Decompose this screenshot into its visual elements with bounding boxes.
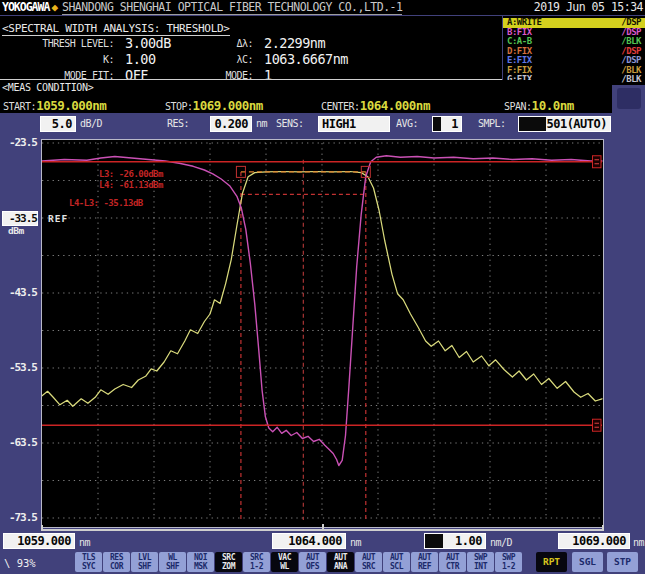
page-title: SHANDONG SHENGHAI OPTICAL FIBER TECHNOLO… bbox=[62, 1, 402, 15]
softkey-line2: ZOM bbox=[222, 562, 235, 571]
x-axis-tick-stop bbox=[602, 525, 604, 530]
marker-annotation-2: L4: -61.13dBm bbox=[99, 180, 164, 190]
side-indicator-block bbox=[617, 88, 641, 109]
spectrum-svg: REFL3: -26.00dBmL4: -61.13dBmL4-L3: -35.… bbox=[42, 140, 603, 527]
analysis-label: Δλ: bbox=[211, 36, 253, 52]
res-label: RES: bbox=[167, 116, 189, 132]
x-scale-box: 1.00 bbox=[424, 533, 486, 549]
analysis-rows: THRESH LEVEL:3.00dBΔλ:2.2299nmK:1.00λC:1… bbox=[2, 36, 502, 84]
avg-value-box: 1 bbox=[432, 116, 462, 132]
meas-field-value: 1069.000nm bbox=[193, 98, 263, 113]
softkey-aut-ana[interactable]: AUTANA bbox=[327, 552, 354, 572]
datetime: 2019 Jun 05 15:34 bbox=[534, 0, 643, 15]
softkey-vac-wl[interactable]: VACWL bbox=[271, 552, 298, 572]
sweep-progress: \ 93% bbox=[4, 557, 36, 569]
ref-label: REF bbox=[48, 213, 68, 224]
softkey-line1: WL bbox=[168, 553, 177, 562]
l3-line-handle bbox=[593, 156, 602, 168]
softkey-line2: WL bbox=[280, 562, 289, 571]
meas-field-label: STOP: bbox=[165, 101, 193, 112]
meas-condition-panel: <MEAS CONDITION> START:1059.000nmSTOP:10… bbox=[0, 80, 612, 113]
start-wavelength-unit: nm bbox=[79, 536, 90, 550]
softkey-line1: TLS bbox=[82, 553, 95, 562]
x-axis-tick-center bbox=[322, 524, 324, 530]
softkey-aut-ref[interactable]: AUTREF bbox=[411, 552, 438, 572]
analysis-label: K: bbox=[2, 52, 114, 68]
meas-field-value: 10.0nm bbox=[532, 98, 574, 113]
meas-field-stop: STOP:1069.000nm bbox=[165, 95, 263, 114]
meas-field-label: SPAN: bbox=[504, 101, 532, 112]
softkey-wl-shf[interactable]: WLSHF bbox=[159, 552, 186, 572]
avg-label: AVG: bbox=[396, 116, 418, 132]
analysis-value: 1.00 bbox=[114, 52, 211, 68]
softkey-line2: REF bbox=[418, 562, 431, 571]
title-bar: YOKOGAWA ◆ SHANDONG SHENGHAI OPTICAL FIB… bbox=[0, 0, 645, 15]
res-unit: nm bbox=[256, 116, 267, 132]
softkey-line1: AUT bbox=[334, 553, 347, 562]
spectrum-plot: REFL3: -26.00dBmL4: -61.13dBmL4-L3: -35.… bbox=[41, 139, 604, 528]
diamond-icon: ◆ bbox=[51, 1, 58, 14]
softkey-res-cor[interactable]: RESCOR bbox=[103, 552, 130, 572]
softkey-sgl[interactable]: SGL bbox=[572, 552, 603, 572]
softkey-src-zom[interactable]: SRCZOM bbox=[215, 552, 242, 572]
softkey-line2: INT bbox=[474, 562, 487, 571]
softkey-noi-msk[interactable]: NOIMSK bbox=[187, 552, 214, 572]
sens-value-box: HIGH1 bbox=[318, 116, 390, 132]
softkey-line1: AUT bbox=[390, 553, 403, 562]
start-wavelength-box: 1059.000 bbox=[3, 533, 75, 549]
marker-annotation-3: L4-L3: -35.13dB bbox=[69, 198, 144, 208]
y-tick-label: -53.5 bbox=[0, 361, 37, 374]
softkey-tls-syc[interactable]: TLSSYC bbox=[75, 552, 102, 572]
analysis-value: 2.2299nm bbox=[253, 36, 502, 52]
stop-wavelength-box: 1069.000 bbox=[558, 533, 630, 549]
y-tick-label: -23.5 bbox=[0, 136, 37, 149]
sweep-percent: 93% bbox=[17, 557, 36, 569]
level-scale-box: 5.0 bbox=[40, 116, 76, 132]
meas-field-center: CENTER:1064.000nm bbox=[321, 95, 430, 114]
trace-mode: /BLK bbox=[621, 75, 641, 85]
softkey-line1: LVL bbox=[138, 553, 151, 562]
softkey-line2: 1-2 bbox=[502, 562, 515, 571]
softkey-swp-int[interactable]: SWPINT bbox=[467, 552, 494, 572]
softkey-line1: SRC bbox=[222, 553, 235, 562]
y-axis-unit: dBm bbox=[8, 225, 24, 236]
analysis-heading: <SPECTRAL WIDTH ANALYSIS: THRESHOLD> bbox=[2, 22, 230, 36]
softkey-aut-scl[interactable]: AUTSCL bbox=[383, 552, 410, 572]
softkey-aut-src[interactable]: AUTSRC bbox=[355, 552, 382, 572]
softkey-line1: SWP bbox=[474, 553, 487, 562]
softkey-stp[interactable]: STP bbox=[607, 552, 638, 572]
analysis-label: λC: bbox=[211, 52, 253, 68]
brand-logo: YOKOGAWA bbox=[2, 0, 49, 15]
softkey-line1: SWP bbox=[502, 553, 515, 562]
osa-screen: YOKOGAWA ◆ SHANDONG SHENGHAI OPTICAL FIB… bbox=[0, 0, 645, 574]
softkey-lvl-shf[interactable]: LVLSHF bbox=[131, 552, 158, 572]
softkey-line1: VAC bbox=[278, 553, 291, 562]
meas-field-value: 1064.000nm bbox=[360, 98, 430, 113]
softkey-line1: AUT bbox=[446, 553, 459, 562]
analysis-value: 1063.6667nm bbox=[253, 52, 502, 68]
spectral-width-analysis-panel: <SPECTRAL WIDTH ANALYSIS: THRESHOLD> THR… bbox=[0, 16, 502, 79]
softkey-line2: SRC bbox=[362, 562, 375, 571]
level-scale-unit: dB/D bbox=[80, 116, 102, 132]
y-tick-label: -33.5 bbox=[2, 211, 38, 226]
softkey-line1: RES bbox=[110, 553, 123, 562]
softkey-line2: MSK bbox=[194, 562, 207, 571]
softkey-aut-ctr[interactable]: AUTCTR bbox=[439, 552, 466, 572]
x-scale-unit: nm/D bbox=[490, 536, 512, 550]
analysis-label: THRESH LEVEL: bbox=[2, 36, 114, 52]
analysis-value: 3.00dB bbox=[114, 36, 211, 52]
analysis-row-0: THRESH LEVEL:3.00dBΔλ:2.2299nm bbox=[2, 36, 502, 52]
softkey-src-1-2[interactable]: SRC1-2 bbox=[243, 552, 270, 572]
softkey-swp-1-2[interactable]: SWP1-2 bbox=[495, 552, 522, 572]
softkey-line2: 1-2 bbox=[250, 562, 263, 571]
softkey-line2: SHF bbox=[138, 562, 151, 571]
separator-line bbox=[0, 79, 502, 80]
center-wavelength-unit: nm bbox=[350, 536, 361, 550]
y-tick-label: -73.5 bbox=[0, 511, 37, 524]
meas-field-label: CENTER: bbox=[321, 101, 360, 112]
softkey-rpt[interactable]: RPT bbox=[536, 552, 567, 572]
softkey-line2: CTR bbox=[446, 562, 459, 571]
softkey-aut-ofs[interactable]: AUTOFS bbox=[299, 552, 326, 572]
meas-field-label: START: bbox=[3, 101, 36, 112]
analysis-row-1: K:1.00λC:1063.6667nm bbox=[2, 52, 502, 68]
